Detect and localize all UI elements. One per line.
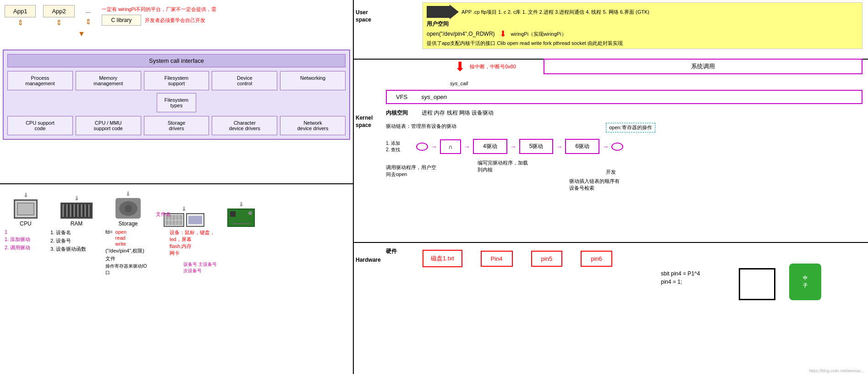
device-labels: 设备号 主设备号 次设备号: [183, 261, 217, 274]
user-space-content: APP .cp ftp项目 1. c 2. c库 1. 文件 2.进程 3.进程…: [386, 0, 863, 59]
cpu-arrows: ⇓: [23, 192, 28, 198]
write-label: write: [115, 241, 126, 247]
user-space-yellow-box: APP .cp ftp项目 1. c 2. c库 1. 文件 2.进程 3.进程…: [423, 2, 863, 49]
open-label: open: [115, 229, 126, 235]
user-space-section-label: Userspace: [356, 9, 371, 23]
write-load-area: 编写完驱动程序，加载 到内核: [478, 160, 528, 173]
left-panel: App1 ⇕ App2 ⇕ ... ⇕ 一定有 wiringPi不同的平台，厂家…: [0, 0, 353, 374]
green-device-icon: 中 子: [789, 264, 821, 300]
arrow-down-1: ⇕: [17, 18, 23, 27]
cpu-mmu-support: CPU / MMU support code: [76, 116, 141, 135]
device-minor-label: 次设备号: [183, 268, 217, 274]
app1-box: App1: [5, 5, 36, 17]
ram-icon: [60, 203, 93, 219]
monitor-icon: [186, 213, 204, 227]
storage-arrows: ⇓: [126, 190, 131, 197]
clib-line-text: 提供了app支配内核干活的接口 Clib open read write for…: [427, 40, 858, 47]
vfs-label: VFS: [396, 94, 407, 100]
cpu-label: CPU: [20, 220, 31, 227]
chain-arrow-5: →: [602, 143, 609, 150]
yingji-text: 硬件: [386, 248, 397, 255]
io-text: 操作寄存器来驱动IO 口: [105, 263, 160, 276]
neikong-items: 进程 内存 线程 网络 设备驱动: [422, 109, 494, 117]
app-top-row: APP .cp ftp项目 1. c 2. c库 1. 文件 2.进程 3.进程…: [427, 5, 858, 19]
sbit-text: sbit pin4 = P1^4: [661, 270, 700, 277]
call-driver-area: 调用驱动程序，用户空 间去open: [386, 164, 436, 178]
sys-call-label: sys_call: [450, 81, 468, 86]
drive6-box: 6驱动: [565, 139, 599, 154]
driver-cells-row: CPU support code CPU / MMU support code …: [7, 116, 346, 135]
green-box: 中 子: [789, 264, 821, 300]
open-register-area: open:寄存器的操作: [606, 123, 655, 132]
circuit-item: ⇓: [227, 201, 255, 227]
bottom-notes-left: 1 1. 添加驱动 2. 调用驱动 1. 设备名 2. 设备号 3. 设备驱动函…: [5, 229, 344, 276]
arrow-down-3: ⇕: [85, 17, 91, 26]
sys-open-label: sys_open: [421, 94, 447, 100]
drive5-box: 5驱动: [519, 139, 554, 154]
device-control: Device control: [212, 71, 277, 90]
oval-2: [611, 143, 623, 151]
chain-arrow-3: →: [510, 143, 516, 150]
red-down-arrow: ⬇: [500, 29, 506, 39]
drive-table-text: 驱动链表：管理所有设备的驱动: [386, 123, 456, 130]
syscall-bar: System call interface: [7, 54, 346, 67]
drive-table-area: 驱动链表：管理所有设备的驱动: [386, 123, 456, 130]
file-text: 文件: [105, 255, 160, 262]
hw-section-label: Hardware: [356, 257, 381, 263]
app-dots: ...: [82, 5, 94, 16]
filename-note: 文件名: [156, 211, 171, 218]
fd-label: fd=: [105, 229, 113, 235]
hw-text: Hardware: [356, 257, 381, 263]
device-col: 1. 设备名 2. 设备号 3. 设备驱动函数: [50, 229, 96, 276]
num-1: 1: [5, 229, 41, 235]
pin6-box: pin6: [581, 251, 612, 267]
neikong-area: 内核空间 进程 内存 线程 网络 设备驱动: [386, 109, 494, 117]
apps-area: App1 ⇕ App2 ⇕ ... ⇕ 一定有 wiringPi不同的平台，厂家…: [0, 2, 353, 50]
url-text: https://blog.csdn.net/weixiao...: [809, 368, 864, 373]
circuit-arrows: ⇓: [239, 201, 244, 208]
fd-col: fd= open read write ("/dev/pin4",权限) 文件 …: [105, 229, 160, 276]
storage-drivers: Storage drivers: [144, 116, 209, 135]
dev-num: 2. 设备号: [50, 237, 96, 244]
dev-must-text: 开发者必须要学会自己开发: [145, 17, 205, 24]
fs-types-row: Filesystem types: [7, 93, 346, 112]
call-driver-text: 调用驱动程序，用户空 间去open: [386, 164, 436, 178]
chain-order-area: 驱动插入链表的顺序有 设备号检索: [569, 178, 620, 192]
device-black-box: [739, 268, 775, 300]
filesystem-support: Filesystem support: [144, 71, 209, 90]
big-red-arrow: ⬇: [455, 59, 465, 74]
arrow-down-2: ⇕: [56, 18, 62, 27]
zhongduan-text: 核中断，中断号0x80: [470, 63, 516, 70]
write-load-text: 编写完驱动程序，加载 到内核: [478, 160, 528, 173]
hw-red-boxes-row: 磁盘1.txt Pin4 pin5 pin6: [423, 250, 612, 267]
hw-divider-left: [0, 183, 353, 184]
kernel-space-section-label: Kernelspace: [356, 115, 373, 129]
device-icon-area: [739, 268, 775, 300]
storage-icon: [115, 198, 141, 219]
pin4-val-text: pin4 = 1;: [661, 279, 700, 285]
storage-label: Storage: [118, 220, 137, 227]
dev-drv-fn: 3. 设备驱动函数: [50, 246, 96, 253]
vfs-pink-box: VFS sys_open: [386, 90, 863, 104]
chain-arrow-1: →: [431, 143, 437, 150]
develop-text: 开发: [606, 169, 616, 176]
center-down-arrow: ▼: [78, 30, 85, 38]
open-call-text: open("/dev/pin4",O_RDWR): [427, 31, 495, 37]
app-line-text: APP .cp ftp项目 1. c 2. c库 1. 文件 2.进程 3.进程…: [461, 9, 649, 16]
cpu-support: CPU support code: [7, 116, 73, 135]
filename-label-left: 文件名: [156, 211, 171, 218]
chain-arrow-2: →: [464, 143, 470, 150]
numbering-col: 1 1. 添加驱动 2. 调用驱动: [5, 229, 41, 276]
circuit-icon: [227, 209, 255, 227]
app2-box: App2: [43, 5, 74, 17]
right-panel: Userspace Kernelspace Hardware APP .cp f…: [354, 0, 868, 374]
net-device-drivers: Network device drivers: [280, 116, 346, 135]
neikong-label: 内核空间: [386, 109, 408, 117]
url-watermark: https://blog.csdn.net/weixiao...: [809, 368, 864, 373]
kernel-content: ⬇ 核中断，中断号0x80 系统调用 sys_call VFS sys_open: [386, 59, 863, 242]
ram-item: ⇓ RAM: [60, 195, 93, 227]
wiringpi-text: wiringPi（实现wiringPi）: [511, 31, 566, 38]
device-major-label: 设备号 主设备号: [183, 261, 217, 268]
warning-text: 一定有 wiringPi不同的平台，厂家不一定会提供，需: [102, 6, 348, 13]
develop-area: 开发: [606, 169, 616, 176]
